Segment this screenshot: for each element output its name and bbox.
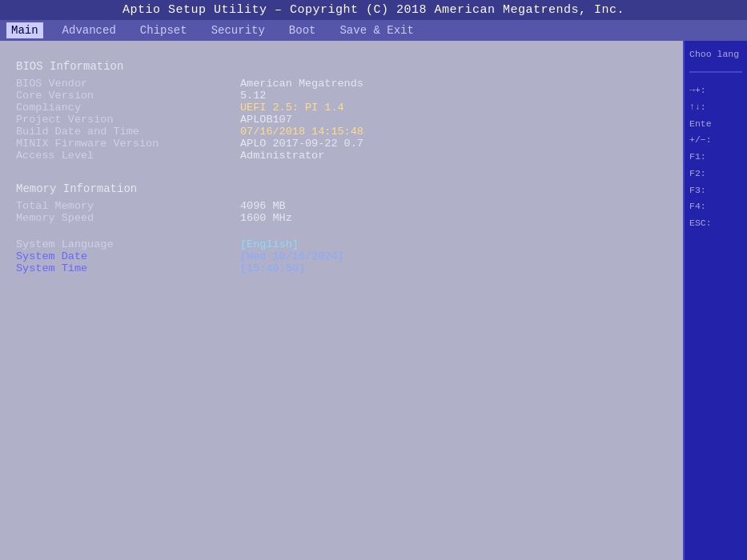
info-label: BIOS Vendor [16, 78, 240, 90]
menu-item-main[interactable]: Main [6, 22, 43, 38]
sidebar-key: →+: [689, 82, 742, 99]
info-label: Memory Speed [16, 212, 240, 224]
table-row: Build Date and Time07/16/2018 14:15:48 [16, 126, 667, 138]
system-info-rows: System Language[English]System Date[Wed … [16, 238, 667, 274]
memory-section-header: Memory Information [16, 182, 667, 195]
spacer-1 [16, 165, 667, 173]
table-row: Memory Speed1600 MHz [16, 212, 667, 224]
menu-item-boot[interactable]: Boot [284, 22, 321, 38]
info-value: APLO 2017-09-22 0.7 [240, 138, 363, 150]
sidebar-key: F2: [689, 166, 742, 182]
bios-section-header: BIOS Information [16, 60, 667, 73]
info-value: American Megatrends [240, 78, 363, 90]
right-sidebar: Choo lang →+:↑↓:Ente+/−:F1:F2:F3:F4:ESC: [683, 41, 747, 560]
info-value: 07/16/2018 14:15:48 [240, 126, 363, 138]
info-value: 4096 MB [240, 200, 286, 212]
info-label: System Language [16, 238, 240, 250]
info-value: UEFI 2.5: PI 1.4 [240, 102, 344, 114]
table-row: Core Version5.12 [16, 90, 667, 102]
table-row: Access LevelAdministrator [16, 150, 667, 162]
main-panel: BIOS Information BIOS VendorAmerican Meg… [0, 41, 683, 560]
info-label: Compliancy [16, 102, 240, 114]
menu-item-security[interactable]: Security [207, 22, 270, 38]
bios-info-rows: BIOS VendorAmerican MegatrendsCore Versi… [16, 78, 667, 162]
menu-bar: MainAdvancedChipsetSecurityBootSave & Ex… [0, 20, 747, 41]
info-label: Build Date and Time [16, 126, 240, 138]
sidebar-key: +/−: [689, 132, 742, 149]
info-value: [English] [240, 238, 299, 250]
info-label: Access Level [16, 150, 240, 162]
table-row: Total Memory4096 MB [16, 200, 667, 212]
table-row[interactable]: System Time[15:40:50] [16, 262, 667, 274]
menu-item-advanced[interactable]: Advanced [58, 22, 121, 38]
info-label: Project Version [16, 114, 240, 126]
info-label: System Date [16, 250, 240, 262]
table-row: MINIX Firmware VersionAPLO 2017-09-22 0.… [16, 138, 667, 150]
content-wrapper: BIOS Information BIOS VendorAmerican Meg… [0, 41, 747, 560]
sidebar-key: F3: [689, 182, 742, 199]
table-row: BIOS VendorAmerican Megatrends [16, 78, 667, 90]
sidebar-divider [689, 71, 742, 73]
info-label: System Time [16, 262, 240, 274]
table-row: CompliancyUEFI 2.5: PI 1.4 [16, 102, 667, 114]
info-value: APLOB107 [240, 114, 292, 126]
sidebar-key: ESC: [689, 215, 742, 232]
info-value: [Wed 10/16/2024] [240, 250, 344, 262]
info-value: 1600 MHz [240, 212, 292, 224]
info-value: 5.12 [240, 90, 266, 102]
menu-item-chipset[interactable]: Chipset [135, 22, 192, 38]
sidebar-key: Ente [689, 116, 742, 133]
info-label: Core Version [16, 90, 240, 102]
table-row: Project VersionAPLOB107 [16, 114, 667, 126]
title-text: Aptio Setup Utility – Copyright (C) 2018… [122, 3, 625, 17]
memory-info-rows: Total Memory4096 MBMemory Speed1600 MHz [16, 200, 667, 224]
menu-item-save-and-exit[interactable]: Save & Exit [335, 22, 418, 38]
info-value: [15:40:50] [240, 262, 305, 274]
info-label: MINIX Firmware Version [16, 138, 240, 150]
sidebar-key: ↑↓: [689, 99, 742, 116]
table-row[interactable]: System Date[Wed 10/16/2024] [16, 250, 667, 262]
title-bar: Aptio Setup Utility – Copyright (C) 2018… [0, 0, 747, 20]
table-row: System Language[English] [16, 238, 667, 250]
spacer-2 [16, 227, 667, 235]
info-value: Administrator [240, 150, 324, 162]
info-label: Total Memory [16, 200, 240, 212]
sidebar-keys: →+:↑↓:Ente+/−:F1:F2:F3:F4:ESC: [689, 82, 742, 231]
sidebar-key: F4: [689, 198, 742, 215]
sidebar-help-text: Choo lang [689, 47, 742, 62]
sidebar-key: F1: [689, 149, 742, 166]
